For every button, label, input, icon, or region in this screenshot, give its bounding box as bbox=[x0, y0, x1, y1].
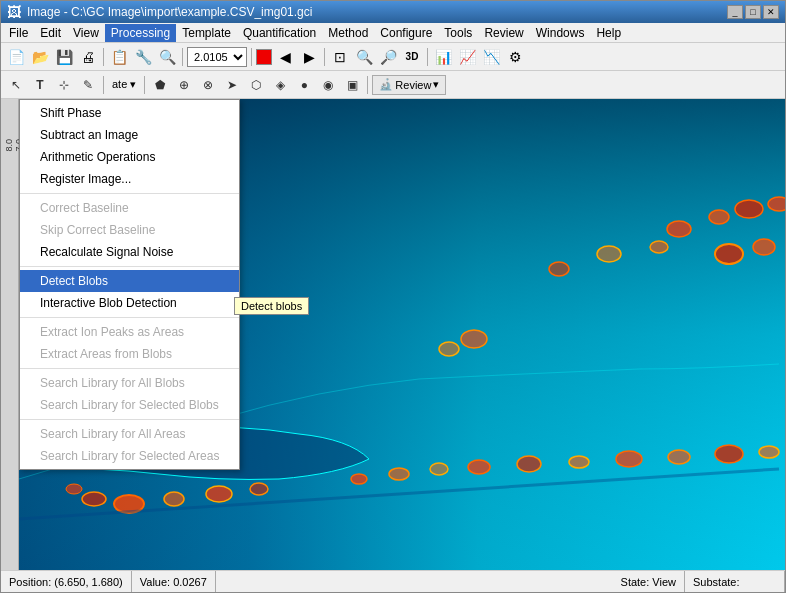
svg-point-15 bbox=[430, 463, 448, 475]
menu-arithmetic-ops[interactable]: Arithmetic Operations bbox=[20, 146, 239, 168]
text-btn[interactable]: T bbox=[29, 74, 51, 96]
save-button[interactable]: 💾 bbox=[53, 46, 75, 68]
tool-d[interactable]: ➤ bbox=[221, 74, 243, 96]
export1[interactable]: 📊 bbox=[432, 46, 454, 68]
menu-search-library-all-blobs[interactable]: Search Library for All Blobs bbox=[20, 372, 239, 394]
tool-b[interactable]: ⊕ bbox=[173, 74, 195, 96]
svg-point-2 bbox=[667, 221, 691, 237]
status-position: Position: (6.650, 1.680) bbox=[1, 571, 132, 592]
status-value: Value: 0.0267 bbox=[132, 571, 216, 592]
spectrum-image[interactable]: Shift Phase Subtract an Image Arithmetic… bbox=[19, 99, 785, 570]
menu-windows[interactable]: Windows bbox=[530, 24, 591, 42]
menu-tools[interactable]: Tools bbox=[438, 24, 478, 42]
svg-point-16 bbox=[468, 460, 490, 474]
menu-search-library-selected-areas[interactable]: Search Library for Selected Areas bbox=[20, 445, 239, 467]
menu-interactive-blob-detection[interactable]: Interactive Blob Detection bbox=[20, 292, 239, 314]
svg-point-5 bbox=[768, 197, 785, 211]
menu-method[interactable]: Method bbox=[322, 24, 374, 42]
menu-review[interactable]: Review bbox=[478, 24, 529, 42]
zoom-out[interactable]: 🔎 bbox=[377, 46, 399, 68]
status-substate: Substate: bbox=[685, 571, 785, 592]
menu-quantification[interactable]: Quantification bbox=[237, 24, 322, 42]
content-area: Shift Phase Subtract an Image Arithmetic… bbox=[19, 99, 785, 570]
tool-e[interactable]: ⬡ bbox=[245, 74, 267, 96]
svg-point-20 bbox=[668, 450, 690, 464]
nav-back[interactable]: ◀ bbox=[274, 46, 296, 68]
menu-extract-ion-peaks[interactable]: Extract Ion Peaks as Areas bbox=[20, 321, 239, 343]
separator5 bbox=[427, 48, 428, 66]
separator bbox=[103, 48, 104, 66]
review-label: Review bbox=[395, 79, 431, 91]
menu-search-library-all-areas[interactable]: Search Library for All Areas bbox=[20, 423, 239, 445]
separator2 bbox=[182, 48, 183, 66]
zoom-in[interactable]: 🔍 bbox=[353, 46, 375, 68]
main-window: 🖼 Image - C:\GC Image\import\example.CSV… bbox=[0, 0, 786, 593]
export3[interactable]: 📉 bbox=[480, 46, 502, 68]
menu-file[interactable]: File bbox=[3, 24, 34, 42]
menu-skip-correct-baseline[interactable]: Skip Correct Baseline bbox=[20, 219, 239, 241]
tool-f[interactable]: ◈ bbox=[269, 74, 291, 96]
settings-btn[interactable]: ⚙ bbox=[504, 46, 526, 68]
separator7 bbox=[144, 76, 145, 94]
svg-point-4 bbox=[735, 200, 763, 218]
menu-register-image[interactable]: Register Image... bbox=[20, 168, 239, 190]
separator6 bbox=[103, 76, 104, 94]
svg-point-18 bbox=[569, 456, 589, 468]
menu-recalculate-signal-noise[interactable]: Recalculate Signal Noise bbox=[20, 241, 239, 263]
menu-help[interactable]: Help bbox=[590, 24, 627, 42]
tool-i[interactable]: ▣ bbox=[341, 74, 363, 96]
tool-h[interactable]: ◉ bbox=[317, 74, 339, 96]
menu-edit[interactable]: Edit bbox=[34, 24, 67, 42]
cursor-btn[interactable]: ↖ bbox=[5, 74, 27, 96]
zoom-select[interactable]: 2.0105 bbox=[187, 47, 247, 67]
maximize-button[interactable]: □ bbox=[745, 5, 761, 19]
minimize-button[interactable]: _ bbox=[727, 5, 743, 19]
separator-3 bbox=[20, 317, 239, 318]
draw-btn[interactable]: ✎ bbox=[77, 74, 99, 96]
svg-point-19 bbox=[616, 451, 642, 467]
review-icon: 🔬 bbox=[379, 78, 393, 91]
window-controls: _ □ ✕ bbox=[727, 5, 779, 19]
tool-g[interactable]: ● bbox=[293, 74, 315, 96]
svg-point-10 bbox=[753, 239, 775, 255]
svg-point-26 bbox=[164, 492, 184, 506]
menu-view[interactable]: View bbox=[67, 24, 105, 42]
tool4[interactable]: 🔍 bbox=[156, 46, 178, 68]
close-button[interactable]: ✕ bbox=[763, 5, 779, 19]
review-button[interactable]: 🔬 Review ▾ bbox=[372, 75, 446, 95]
menu-template[interactable]: Template bbox=[176, 24, 237, 42]
zoom-fit[interactable]: ⊡ bbox=[329, 46, 351, 68]
open-button[interactable]: 📂 bbox=[29, 46, 51, 68]
menu-detect-blobs[interactable]: Detect Blobs bbox=[20, 270, 239, 292]
copy-button[interactable]: 📋 bbox=[108, 46, 130, 68]
review-arrow: ▾ bbox=[433, 78, 439, 91]
svg-point-11 bbox=[439, 342, 459, 356]
ruler-left: 8.0 7.0 6.0 5.0 4.0 3.0 2.0 1.0 0.0 bbox=[1, 99, 19, 570]
separator-4 bbox=[20, 368, 239, 369]
processing-dropdown: Shift Phase Subtract an Image Arithmetic… bbox=[19, 99, 240, 470]
menu-processing[interactable]: Processing bbox=[105, 24, 176, 42]
menu-configure[interactable]: Configure bbox=[374, 24, 438, 42]
svg-point-14 bbox=[389, 468, 409, 480]
svg-point-8 bbox=[650, 241, 668, 253]
tool3d[interactable]: 3D bbox=[401, 46, 423, 68]
nav-forward[interactable]: ▶ bbox=[298, 46, 320, 68]
tool-a[interactable]: ⬟ bbox=[149, 74, 171, 96]
svg-point-24 bbox=[82, 492, 106, 506]
separator4 bbox=[324, 48, 325, 66]
menu-subtract-image[interactable]: Subtract an Image bbox=[20, 124, 239, 146]
menubar: File Edit View Processing Template Quant… bbox=[1, 23, 785, 43]
select-btn[interactable]: ⊹ bbox=[53, 74, 75, 96]
menu-shift-phase[interactable]: Shift Phase bbox=[20, 102, 239, 124]
tool-c[interactable]: ⊗ bbox=[197, 74, 219, 96]
svg-point-6 bbox=[549, 262, 569, 276]
new-button[interactable]: 📄 bbox=[5, 46, 27, 68]
color-btn1[interactable] bbox=[256, 49, 272, 65]
menu-search-library-selected-blobs[interactable]: Search Library for Selected Blobs bbox=[20, 394, 239, 416]
menu-correct-baseline[interactable]: Correct Baseline bbox=[20, 197, 239, 219]
print-button[interactable]: 🖨 bbox=[77, 46, 99, 68]
titlebar: 🖼 Image - C:\GC Image\import\example.CSV… bbox=[1, 1, 785, 23]
export2[interactable]: 📈 bbox=[456, 46, 478, 68]
tool3[interactable]: 🔧 bbox=[132, 46, 154, 68]
menu-extract-areas-from-blobs[interactable]: Extract Areas from Blobs bbox=[20, 343, 239, 365]
